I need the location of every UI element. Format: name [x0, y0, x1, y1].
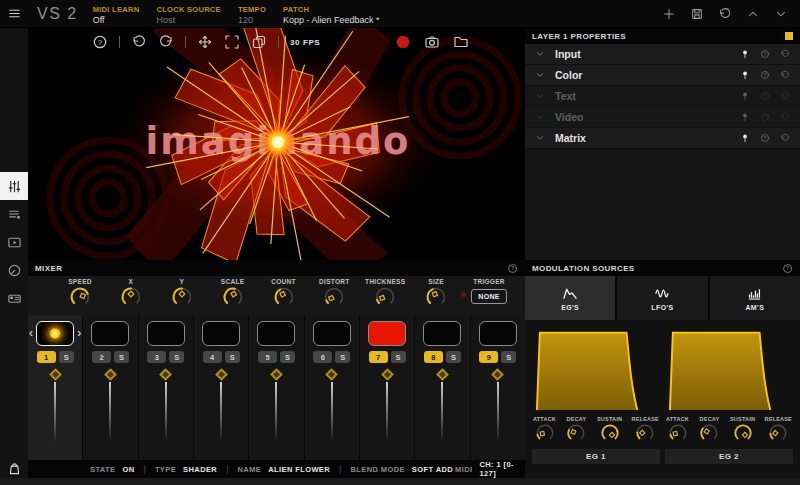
- eg1-knob-decay[interactable]: DECAY: [565, 416, 587, 444]
- solo-button[interactable]: S: [501, 351, 516, 363]
- fader-handle[interactable]: [381, 368, 394, 381]
- sidebar-item-playlist-view[interactable]: [0, 200, 28, 228]
- status-value[interactable]: SOFT ADD: [412, 465, 453, 474]
- eg2-knob-attack[interactable]: ATTACK: [666, 416, 689, 444]
- pin-icon[interactable]: [740, 49, 750, 59]
- tab-egs[interactable]: EG'S: [525, 276, 617, 320]
- knob-dial[interactable]: [119, 285, 143, 309]
- layer-thumbnail-flower[interactable]: [36, 321, 74, 346]
- layer-strip-3[interactable]: 3S: [139, 315, 194, 460]
- property-section-video[interactable]: Video?: [525, 107, 800, 128]
- chevron-down-icon[interactable]: [535, 70, 545, 80]
- mixer-knob-scale[interactable]: SCALE: [211, 278, 255, 309]
- chevron-down-icon[interactable]: [535, 112, 545, 122]
- layer-number-button[interactable]: 1: [37, 351, 56, 363]
- next-layer-arrow[interactable]: ›: [77, 326, 81, 340]
- layer-thumbnail-black[interactable]: [423, 321, 461, 346]
- knob-dial[interactable]: [767, 422, 789, 444]
- topbar-field-tempo[interactable]: TEMPO120: [238, 5, 266, 25]
- pin-icon[interactable]: [740, 112, 750, 122]
- help-icon[interactable]: ?: [760, 49, 770, 59]
- property-section-matrix[interactable]: Matrix?: [525, 128, 800, 149]
- fader-handle[interactable]: [215, 368, 228, 381]
- fader-handle[interactable]: [325, 368, 338, 381]
- knob-dial[interactable]: [221, 285, 245, 309]
- fader-handle[interactable]: [270, 368, 283, 381]
- layer-number-button[interactable]: 5: [258, 351, 277, 363]
- store-button[interactable]: [0, 461, 28, 476]
- eg1-knob-attack[interactable]: ATTACK: [533, 416, 556, 444]
- mixer-knob-speed[interactable]: SPEED: [58, 278, 102, 309]
- solo-button[interactable]: S: [446, 351, 461, 363]
- layer-strip-7[interactable]: 7S: [360, 315, 415, 460]
- layer-thumbnail-black[interactable]: [257, 321, 295, 346]
- layer-fader[interactable]: [327, 370, 336, 448]
- chevron-down-icon[interactable]: [535, 49, 545, 59]
- layer-number-button[interactable]: 6: [313, 351, 332, 363]
- layer-fader[interactable]: [272, 370, 281, 448]
- mixer-knob-thickness[interactable]: THICKNESS: [363, 278, 407, 309]
- knob-dial[interactable]: [732, 422, 754, 444]
- property-section-input[interactable]: Input?: [525, 44, 800, 65]
- chevron-down-icon[interactable]: [774, 7, 788, 21]
- solo-button[interactable]: S: [391, 351, 406, 363]
- eg2-knob-sustain[interactable]: SUSTAIN: [730, 416, 755, 444]
- undo-icon[interactable]: [780, 70, 790, 80]
- help-icon[interactable]: ?: [507, 263, 518, 274]
- layer-fader[interactable]: [383, 370, 392, 448]
- sidebar-item-controls-view[interactable]: [0, 256, 28, 284]
- sidebar-item-video-view[interactable]: [0, 228, 28, 256]
- knob-dial[interactable]: [424, 285, 448, 309]
- layer-strip-2[interactable]: 2S: [83, 315, 138, 460]
- mixer-knob-count[interactable]: COUNT: [262, 278, 306, 309]
- save-icon[interactable]: [690, 7, 704, 21]
- redo-icon[interactable]: [158, 34, 174, 50]
- sidebar-item-mixer-view[interactable]: [0, 172, 28, 200]
- help-icon[interactable]: ?: [760, 91, 770, 101]
- fader-handle[interactable]: [159, 368, 172, 381]
- revert-icon[interactable]: [718, 7, 732, 21]
- layer-fader[interactable]: [438, 370, 447, 448]
- folder-icon[interactable]: [453, 34, 469, 50]
- add-patch-icon[interactable]: [662, 7, 676, 21]
- help-icon[interactable]: ?: [760, 70, 770, 80]
- layer-thumbnail-black[interactable]: [91, 321, 129, 346]
- solo-button[interactable]: S: [280, 351, 295, 363]
- mixer-knob-y[interactable]: Y: [160, 278, 204, 309]
- tab-ams[interactable]: AM'S: [710, 276, 800, 320]
- knob-dial[interactable]: [698, 422, 720, 444]
- layer-fader[interactable]: [217, 370, 226, 448]
- layer-strip-4[interactable]: 4S: [194, 315, 249, 460]
- fader-handle[interactable]: [104, 368, 117, 381]
- mixer-knob-size[interactable]: SIZE: [414, 278, 458, 309]
- status-value[interactable]: ALIEN FLOWER: [268, 465, 330, 474]
- knob-dial[interactable]: [667, 422, 689, 444]
- pin-icon[interactable]: [740, 133, 750, 143]
- pin-icon[interactable]: [740, 91, 750, 101]
- knob-dial[interactable]: [322, 285, 346, 309]
- undo-icon[interactable]: [131, 34, 147, 50]
- sidebar-item-midi-map-view[interactable]: [0, 284, 28, 312]
- knob-dial[interactable]: [565, 422, 587, 444]
- solo-button[interactable]: S: [225, 351, 240, 363]
- camera-icon[interactable]: [424, 34, 440, 50]
- knob-dial[interactable]: [373, 285, 397, 309]
- topbar-field-patch[interactable]: PATCHKopp - Alien Feedback *: [283, 5, 380, 25]
- chevron-down-icon[interactable]: [535, 133, 545, 143]
- property-section-color[interactable]: Color?: [525, 65, 800, 86]
- topbar-field-clock-source[interactable]: CLOCK SOURCEHost: [156, 5, 220, 25]
- layer-fader[interactable]: [493, 370, 502, 448]
- pan-icon[interactable]: [197, 34, 213, 50]
- layer-thumbnail-black[interactable]: [202, 321, 240, 346]
- layer-strip-1[interactable]: ‹›1S: [28, 315, 83, 460]
- main-menu-button[interactable]: [0, 0, 28, 28]
- layer-number-button[interactable]: 4: [203, 351, 222, 363]
- help-icon[interactable]: ?: [760, 112, 770, 122]
- solo-button[interactable]: S: [169, 351, 184, 363]
- layer-fader[interactable]: [51, 370, 60, 448]
- eg1-knob-sustain[interactable]: SUSTAIN: [597, 416, 622, 444]
- prev-layer-arrow[interactable]: ‹: [29, 326, 33, 340]
- eg2-knob-decay[interactable]: DECAY: [698, 416, 720, 444]
- property-section-text[interactable]: Text?: [525, 86, 800, 107]
- undo-icon[interactable]: [780, 91, 790, 101]
